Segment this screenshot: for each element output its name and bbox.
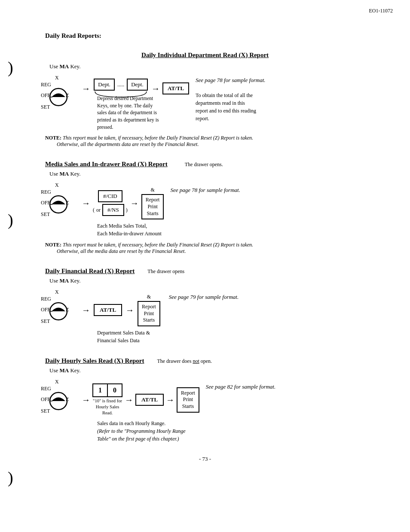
section4-use-key: Use MA Key. [49, 367, 389, 374]
svg-text:OFF: OFF [41, 307, 50, 313]
svg-text:REG: REG [41, 296, 51, 302]
section2-see-page: See page 78 for sample format. [170, 187, 240, 194]
section1-diagram: X REG OFF Z SET → [39, 73, 389, 131]
dept-box1: Dept. [94, 79, 115, 91]
cid-ns-wrap: #/CID ( or #/NS ) [93, 190, 128, 216]
section2-key-switch: X REG OFF Z SET [39, 181, 77, 228]
ns-box: #/NS [102, 204, 124, 216]
s4-num-boxes: 1 0 [92, 383, 122, 397]
section4-flow-line: → 1 0 "10" is fixed forHourly SalesRead.… [82, 383, 199, 416]
section1-use-key: Use MA Key. [49, 63, 389, 70]
section1-note: NOTE: This report must be taken, if nece… [45, 135, 389, 148]
attl-box1: AT/TL [162, 82, 189, 94]
s2-arrow1: → [82, 198, 90, 208]
section1-title: Daily Individual Department Read (X) Rep… [21, 52, 389, 59]
key-switch-svg-2: X REG OFF Z SET [39, 181, 77, 226]
section2-flow-line: → #/CID ( or #/NS ) → & ReportPrintStart… [82, 187, 164, 219]
key-switch-svg-3: X REG OFF Z SET [39, 288, 77, 333]
dept-box2: Dept. [127, 79, 148, 91]
s2-report-box: ReportPrintStarts [141, 194, 164, 219]
section3-header: Daily Financial Read (X) Report The draw… [21, 268, 389, 275]
s3-ampersand: & [147, 294, 151, 300]
s3-dept-desc: Department Sales Data &Financial Sales D… [97, 329, 160, 344]
section1-ma-key: MA [59, 63, 69, 70]
s2-ampersand: & [150, 187, 154, 193]
s4-box-0: 0 [108, 383, 122, 397]
section3-title: Daily Financial Read (X) Report [45, 268, 135, 275]
page-number: - 73 - [21, 456, 389, 462]
section4: Daily Hourly Sales Read (X) Report The d… [21, 357, 389, 443]
dept-boxes: Dept. ..... Dept. [94, 79, 147, 91]
section4-key-switch: X REG OFF Z SET [39, 377, 77, 424]
svg-text:X: X [55, 182, 59, 188]
section4-title: Daily Hourly Sales Read (X) Report [45, 357, 144, 365]
s3-arrow1: → [82, 305, 90, 315]
key-switch-svg-4: X REG OFF Z SET [39, 377, 77, 423]
section1-note-label: NOTE: [45, 135, 61, 141]
left-paren-2: ) [8, 210, 13, 229]
section3-key-switch: X REG OFF Z SET [39, 288, 77, 334]
section1-right: See page 78 for sample format. To obtain… [196, 77, 265, 122]
section1-total-desc: To obtain the total of all thedepartment… [196, 91, 265, 122]
section4-diagram: X REG OFF Z SET → 1 0 "10" is fixed fo [39, 377, 389, 443]
section2-drawer-note: The drawer opens. [185, 161, 223, 168]
svg-text:SET: SET [41, 408, 50, 414]
section2: Media Sales and In-drawer Read (X) Repor… [21, 161, 389, 255]
svg-text:REG: REG [41, 82, 51, 88]
s3-report-box: ReportPrintStarts [138, 301, 160, 326]
s4-report-box: ReportPrintStarts [177, 387, 199, 413]
left-paren-3: ) [8, 468, 13, 487]
cid-box: #/CID [98, 190, 122, 202]
svg-text:OFF: OFF [41, 200, 50, 206]
section3-flow-area: → AT/TL → & ReportPrintStarts Department… [82, 288, 160, 344]
section1-note-text: This report must be taken, if necessary,… [45, 135, 253, 147]
dept-desc: Depress desired DepartmentKeys, one by o… [97, 95, 177, 131]
svg-text:REG: REG [41, 189, 51, 195]
or-text: or [96, 207, 101, 213]
left-paren-1: ) [8, 58, 13, 77]
svg-text:X: X [55, 289, 59, 295]
arrow2: → [151, 84, 160, 94]
section3: Daily Financial Read (X) Report The draw… [21, 268, 389, 344]
s4-arrow1: → [82, 395, 90, 405]
svg-text:REG: REG [41, 386, 51, 392]
section4-flow-area: → 1 0 "10" is fixed forHourly SalesRead.… [82, 377, 199, 443]
section2-use-key: Use MA Key. [49, 170, 389, 177]
section2-right: See page 78 for sample format. [170, 187, 240, 194]
s4-attl-box: AT/TL [135, 394, 164, 406]
section3-right: See page 79 for sample format. [169, 294, 239, 301]
section2-header: Media Sales and In-drawer Read (X) Repor… [21, 161, 389, 168]
svg-text:SET: SET [41, 211, 50, 217]
s3-report-amp: & ReportPrintStarts [138, 294, 160, 326]
s3-attl-box: AT/TL [94, 304, 122, 316]
s4-sales-desc: Sales data in each Hourly Range.(Refer t… [97, 420, 199, 443]
paren-close: ) [126, 207, 128, 213]
section2-title: Media Sales and In-drawer Read (X) Repor… [45, 161, 168, 168]
svg-text:X: X [55, 75, 59, 81]
s2-arrow2: → [130, 198, 139, 208]
not-underline: not [193, 358, 199, 364]
section1-flow-area: → Dept. ..... Dept. → AT/TL Depre [82, 73, 189, 131]
section1-see-page: See page 78 for sample format. [196, 77, 265, 84]
paren-open: ( [93, 207, 95, 213]
s3-arrow2: → [125, 305, 134, 315]
section1-key-switch: X REG OFF Z SET [39, 73, 77, 120]
key-switch-svg-1: X REG OFF Z SET [39, 73, 77, 119]
section2-note-label: NOTE: [45, 242, 61, 248]
ns-row: ( or #/NS ) [93, 204, 128, 216]
section2-diagram: X REG OFF Z SET → #/CID ( or #/NS [39, 181, 389, 237]
main-title: Daily Read Reports: [45, 32, 389, 40]
svg-text:OFF: OFF [41, 92, 50, 98]
section4-header: Daily Hourly Sales Read (X) Report The d… [21, 357, 389, 365]
section3-flow-line: → AT/TL → & ReportPrintStarts [82, 294, 160, 326]
section3-diagram: X REG OFF Z SET → AT/TL → & ReportPrintS… [39, 288, 389, 344]
s4-box-1: 1 [92, 383, 108, 397]
section3-use-key: Use MA Key. [49, 277, 389, 284]
svg-text:SET: SET [41, 104, 50, 110]
s4-fixed-desc: "10" is fixed forHourly SalesRead. [93, 398, 122, 416]
svg-text:OFF: OFF [41, 396, 50, 402]
svg-text:X: X [55, 379, 59, 385]
section4-right: See page 82 for sample format. [206, 383, 275, 390]
doc-id: EO1-11072 [369, 8, 393, 14]
s4-arrow3: → [166, 395, 174, 405]
